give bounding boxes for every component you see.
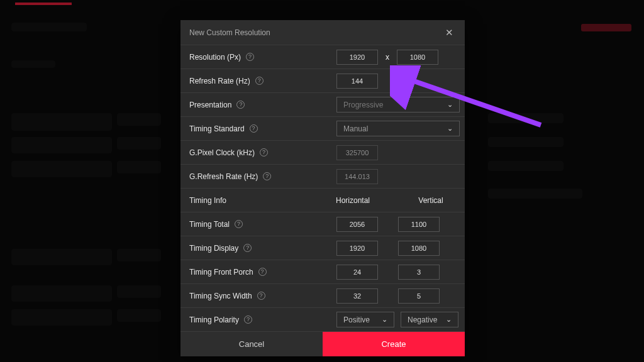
help-icon[interactable]: ? xyxy=(258,268,267,276)
timing-display-v-input[interactable] xyxy=(398,241,440,256)
bg-accent-bar xyxy=(15,3,72,5)
dialog-header: New Custom Resolution ✕ xyxy=(180,20,465,45)
timing-sync-width-label: Timing Sync Width xyxy=(189,292,252,300)
presentation-select[interactable]: Progressive ⌄ xyxy=(336,97,460,112)
bg-block xyxy=(11,285,112,302)
timing-total-h-input[interactable] xyxy=(336,217,378,232)
cancel-button[interactable]: Cancel xyxy=(180,332,323,356)
bg-block xyxy=(488,161,564,171)
help-icon[interactable]: ? xyxy=(246,53,254,61)
help-icon[interactable]: ? xyxy=(255,77,264,85)
timing-polarity-v-value: Negative xyxy=(408,315,437,324)
help-icon[interactable]: ? xyxy=(250,124,258,133)
bg-block xyxy=(117,161,161,173)
help-icon[interactable]: ? xyxy=(263,172,271,180)
timing-front-porch-label: Timing Front Porch xyxy=(189,268,253,277)
bg-block xyxy=(11,113,112,131)
presentation-value: Progressive xyxy=(343,101,383,109)
timing-polarity-h-value: Positive xyxy=(343,315,370,324)
timing-sync-width-v-input[interactable] xyxy=(398,288,440,304)
row-timing-front-porch: Timing Front Porch ? xyxy=(180,260,465,283)
row-timing-sync-width: Timing Sync Width ? xyxy=(180,283,465,307)
close-icon[interactable]: ✕ xyxy=(443,26,456,38)
timing-sync-width-h-input[interactable] xyxy=(336,288,378,304)
chevron-down-icon: ⌄ xyxy=(382,315,387,324)
chevron-down-icon: ⌄ xyxy=(447,124,453,133)
row-timing-total: Timing Total ? xyxy=(180,212,465,236)
resolution-separator: x xyxy=(384,53,391,62)
help-icon[interactable]: ? xyxy=(244,315,252,324)
resolution-width-input[interactable] xyxy=(336,50,378,65)
timing-polarity-v-select[interactable]: Negative ⌄ xyxy=(401,312,458,327)
grefresh-rate-value xyxy=(336,169,378,184)
timing-info-label: Timing Info xyxy=(189,196,226,205)
create-button[interactable]: Create xyxy=(323,332,465,356)
bg-block xyxy=(117,249,161,261)
presentation-label: Presentation xyxy=(189,101,231,109)
timing-front-porch-h-input[interactable] xyxy=(336,265,378,280)
row-gpixel-clock: G.Pixel Clock (kHz) ? xyxy=(180,140,465,164)
bg-block xyxy=(11,249,112,265)
timing-polarity-h-select[interactable]: Positive ⌄ xyxy=(336,312,394,327)
timing-front-porch-v-input[interactable] xyxy=(398,265,440,280)
bg-block xyxy=(11,60,55,68)
row-grefresh-rate: G.Refresh Rate (Hz) ? xyxy=(180,164,465,188)
row-timing-polarity: Timing Polarity ? Positive ⌄ Negative ⌄ xyxy=(180,307,465,331)
timing-standard-select[interactable]: Manual ⌄ xyxy=(336,121,460,136)
row-timing-standard: Timing Standard ? Manual ⌄ xyxy=(180,116,465,140)
bg-block xyxy=(117,285,161,298)
gpixel-clock-value xyxy=(336,145,378,160)
bg-block xyxy=(488,137,564,147)
bg-block xyxy=(11,137,112,153)
refresh-rate-input[interactable] xyxy=(336,74,378,89)
help-icon[interactable]: ? xyxy=(236,101,245,109)
bg-red-text xyxy=(581,24,631,31)
refresh-rate-label: Refresh Rate (Hz) xyxy=(189,77,250,85)
bg-block xyxy=(488,189,582,199)
timing-total-label: Timing Total xyxy=(189,220,230,229)
chevron-down-icon: ⌄ xyxy=(446,315,452,324)
gpixel-clock-label: G.Pixel Clock (kHz) xyxy=(189,148,255,157)
col-horizontal: Horizontal xyxy=(324,196,382,205)
bg-block xyxy=(488,113,564,123)
timing-total-v-input[interactable] xyxy=(398,217,440,232)
chevron-down-icon: ⌄ xyxy=(447,101,453,109)
new-custom-resolution-dialog: New Custom Resolution ✕ Resolution (Px) … xyxy=(180,20,465,356)
timing-standard-value: Manual xyxy=(343,124,368,133)
help-icon[interactable]: ? xyxy=(260,148,268,156)
create-button-label: Create xyxy=(381,339,406,349)
row-resolution: Resolution (Px) ? x xyxy=(180,45,465,69)
timing-display-h-input[interactable] xyxy=(336,241,378,256)
dialog-title: New Custom Resolution xyxy=(189,28,270,37)
dialog-footer: Cancel Create xyxy=(180,331,465,356)
cancel-button-label: Cancel xyxy=(239,339,264,349)
col-vertical: Vertical xyxy=(402,196,460,205)
bg-block xyxy=(11,23,87,31)
bg-block xyxy=(11,161,112,177)
bg-block xyxy=(117,137,161,150)
row-timing-info-header: Timing Info Horizontal Vertical xyxy=(180,188,465,212)
bg-block xyxy=(117,113,161,126)
resolution-height-input[interactable] xyxy=(397,50,438,65)
row-presentation: Presentation ? Progressive ⌄ xyxy=(180,92,465,116)
bg-block xyxy=(117,309,161,322)
timing-display-label: Timing Display xyxy=(189,244,238,253)
help-icon[interactable]: ? xyxy=(243,244,252,252)
timing-standard-label: Timing Standard xyxy=(189,124,245,133)
resolution-label: Resolution (Px) xyxy=(189,53,241,62)
help-icon[interactable]: ? xyxy=(257,292,265,300)
help-icon[interactable]: ? xyxy=(235,220,243,228)
row-refresh-rate: Refresh Rate (Hz) ? xyxy=(180,69,465,92)
grefresh-rate-label: G.Refresh Rate (Hz) xyxy=(189,172,258,181)
timing-polarity-label: Timing Polarity xyxy=(189,315,239,324)
bg-block xyxy=(11,309,112,326)
row-timing-display: Timing Display ? xyxy=(180,236,465,260)
